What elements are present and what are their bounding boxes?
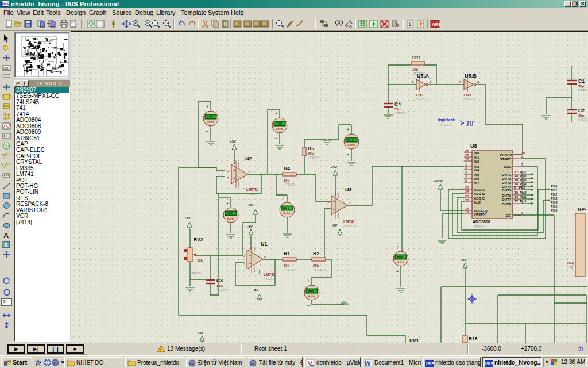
- svg-text:ARES: ARES: [432, 22, 440, 27]
- svg-text:+: +: [333, 199, 336, 204]
- svg-text:IN7: IN7: [474, 181, 479, 185]
- svg-text:C4: C4: [394, 101, 401, 107]
- svg-text:<TEXT>: <TEXT>: [343, 224, 357, 228]
- svg-text:−: −: [347, 152, 350, 157]
- svg-text:<TEXT>: <TEXT>: [394, 112, 408, 115]
- svg-text:-5V: -5V: [248, 204, 253, 207]
- svg-text:16: 16: [465, 210, 469, 214]
- svg-text:9: 9: [521, 212, 523, 215]
- svg-text:Volts: Volts: [283, 212, 291, 215]
- svg-text:<TEXT>: <TEXT>: [313, 268, 326, 271]
- svg-text:17 P1.0: 17 P1.0: [514, 200, 527, 203]
- svg-text:<TEXT>: <TEXT>: [578, 89, 587, 92]
- svg-text:+: +: [283, 196, 285, 200]
- svg-text:U5:B: U5:B: [465, 73, 477, 79]
- svg-text:V: V: [2, 153, 5, 156]
- svg-text:P3.5: P3.5: [551, 205, 557, 208]
- svg-text:<TEXT>: <TEXT>: [284, 183, 297, 186]
- svg-text:IN0: IN0: [474, 151, 479, 155]
- svg-text:−: −: [226, 225, 229, 231]
- svg-text:3: 3: [465, 171, 467, 174]
- svg-text:6: 6: [521, 155, 523, 159]
- svg-text:~: ~: [332, 191, 335, 194]
- svg-text:IN6: IN6: [474, 177, 479, 181]
- svg-text:START: START: [500, 158, 512, 161]
- svg-text:C3: C3: [216, 278, 223, 283]
- svg-text:20k: 20k: [313, 264, 319, 267]
- svg-text:−: −: [206, 129, 209, 134]
- svg-text:P3.1: P3.1: [551, 189, 557, 192]
- svg-text:P3.6: P3.6: [551, 209, 557, 212]
- svg-text:OUT5: OUT5: [502, 189, 512, 192]
- svg-text:P3.4: P3.4: [551, 201, 558, 204]
- svg-text:<TEXT>: <TEXT>: [308, 156, 321, 159]
- svg-text:10k: 10k: [284, 179, 290, 182]
- svg-text:ADC0808: ADC0808: [473, 220, 490, 224]
- svg-text:~: ~: [248, 245, 250, 248]
- svg-text:−: −: [396, 269, 399, 274]
- svg-text:ADD A: ADD A: [474, 188, 485, 191]
- svg-text:−: −: [283, 220, 285, 225]
- svg-text:U3: U3: [345, 187, 352, 193]
- svg-text:R1: R1: [284, 251, 290, 256]
- svg-text:ALE: ALE: [474, 201, 481, 204]
- svg-text:23: 23: [465, 194, 469, 198]
- svg-text:ADD C: ADD C: [474, 197, 485, 200]
- svg-text:OUT6: OUT6: [502, 194, 512, 197]
- svg-text:−: −: [333, 207, 336, 212]
- svg-text:22: 22: [465, 198, 469, 202]
- svg-text:14 P1.1: 14 P1.1: [514, 195, 527, 198]
- svg-text:~: ~: [233, 160, 235, 163]
- svg-text:C1: C1: [578, 78, 585, 84]
- svg-text:P3.0: P3.0: [551, 185, 557, 188]
- svg-text:Volts: Volts: [347, 143, 355, 147]
- svg-text:30p: 30p: [578, 114, 585, 117]
- svg-text:-5V: -5V: [332, 224, 337, 227]
- svg-text:ADD B: ADD B: [474, 192, 485, 195]
- svg-text:R5: R5: [308, 145, 314, 151]
- svg-text:<TEXT>: <TEXT>: [246, 192, 260, 195]
- svg-text:5: 5: [465, 179, 467, 182]
- svg-text:−: −: [275, 136, 278, 141]
- svg-text:EOC: EOC: [504, 165, 512, 168]
- svg-text:RP-: RP-: [578, 206, 586, 212]
- svg-text:+: +: [226, 201, 229, 205]
- svg-text:+5V: +5V: [461, 258, 467, 262]
- svg-text:CLOCK: CLOCK: [500, 154, 513, 157]
- svg-text:+: +: [233, 168, 236, 173]
- svg-text:IN4: IN4: [474, 168, 479, 172]
- svg-text:26: 26: [465, 149, 469, 152]
- svg-text:21 P1.7: 21 P1.7: [514, 170, 527, 174]
- svg-text:RV1: RV1: [409, 338, 419, 343]
- svg-text:+: +: [307, 279, 310, 283]
- svg-text:IN5: IN5: [474, 173, 479, 177]
- svg-text:LM741: LM741: [343, 220, 355, 224]
- svg-text:R2: R2: [313, 251, 319, 256]
- svg-text:+: +: [206, 105, 208, 109]
- svg-text:A: A: [3, 231, 9, 239]
- svg-text:10k: 10k: [284, 264, 290, 267]
- svg-text:R18: R18: [469, 336, 478, 342]
- svg-text:20k: 20k: [308, 152, 314, 155]
- svg-text:A: A: [349, 24, 352, 28]
- svg-text:<TEXT>: <TEXT>: [189, 271, 203, 275]
- svg-text:Volts: Volts: [207, 120, 214, 124]
- svg-text:C2: C2: [578, 108, 585, 113]
- svg-text:27: 27: [465, 154, 469, 157]
- svg-text:+5V: +5V: [230, 140, 236, 143]
- svg-text:+5V: +5V: [198, 331, 204, 335]
- svg-text:S: S: [5, 242, 8, 248]
- svg-text:LM741: LM741: [264, 273, 276, 277]
- svg-text:−: −: [249, 261, 252, 266]
- svg-text:7414: 7414: [416, 93, 424, 97]
- svg-text:ISIS: ISIS: [426, 361, 434, 366]
- svg-text:−: −: [233, 176, 236, 181]
- svg-text:<TEXT>: <TEXT>: [416, 97, 429, 101]
- svg-text:19 P1.5: 19 P1.5: [514, 178, 527, 182]
- svg-text:-5V: -5V: [253, 288, 258, 292]
- svg-text:25: 25: [465, 186, 469, 189]
- svg-text:LM741: LM741: [246, 187, 258, 191]
- svg-text:+5V: +5V: [246, 225, 253, 228]
- svg-text:24: 24: [465, 190, 469, 193]
- svg-text:−: −: [307, 303, 310, 308]
